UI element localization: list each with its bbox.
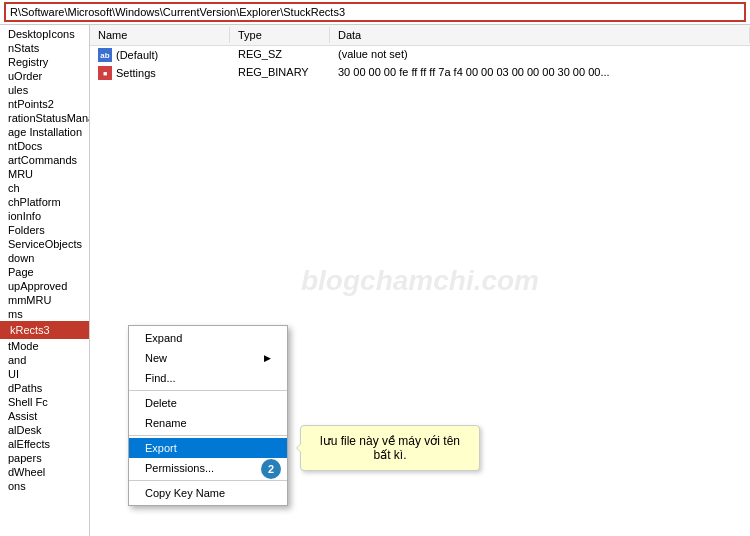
table-row[interactable]: ■ Settings REG_BINARY 30 00 00 00 fe ff … — [90, 64, 750, 82]
callout-tooltip: lưu file này về máy với tên bất kì. — [300, 425, 480, 471]
sidebar-item[interactable]: ms — [0, 307, 89, 321]
ctx-find[interactable]: Find... — [129, 368, 287, 388]
sidebar-item-stuckrects3[interactable]: kRects3 — [0, 321, 89, 339]
sidebar-item[interactable]: down — [0, 251, 89, 265]
reg-data-settings: 30 00 00 00 fe ff ff ff 7a f4 00 00 03 0… — [330, 65, 750, 81]
sidebar-item[interactable]: and — [0, 353, 89, 367]
reg-type-settings: REG_BINARY — [230, 65, 330, 81]
sidebar-item[interactable]: ons — [0, 479, 89, 493]
ctx-separator — [129, 480, 287, 481]
sidebar-item[interactable]: ules — [0, 83, 89, 97]
sidebar-item[interactable]: rationStatusManage — [0, 111, 89, 125]
sidebar-item[interactable]: papers — [0, 451, 89, 465]
sidebar-item[interactable]: ntDocs — [0, 139, 89, 153]
context-menu: Expand New ▶ Find... Delete Rename — [128, 325, 288, 506]
reg-data-default: (value not set) — [330, 47, 750, 63]
sidebar-item[interactable]: ServiceObjects — [0, 237, 89, 251]
sidebar-item[interactable]: Folders — [0, 223, 89, 237]
main-content: DesktopIcons nStats Registry uOrder ules… — [0, 25, 750, 536]
reg-name-settings: ■ Settings — [90, 65, 230, 81]
sidebar-item[interactable]: ntPoints2 — [0, 97, 89, 111]
sidebar-item[interactable]: artCommands — [0, 153, 89, 167]
sidebar-item[interactable]: upApproved — [0, 279, 89, 293]
sidebar-item[interactable]: alEffects — [0, 437, 89, 451]
sidebar-item[interactable]: age Installation — [0, 125, 89, 139]
sidebar-item[interactable]: UI — [0, 367, 89, 381]
watermark: blogchamchi.com — [301, 265, 539, 297]
sidebar-item[interactable]: Registry — [0, 55, 89, 69]
sidebar-item[interactable]: tMode — [0, 339, 89, 353]
registry-values-panel: blogchamchi.com Name Type Data ab (Defau… — [90, 25, 750, 536]
ctx-delete[interactable]: Delete — [129, 393, 287, 413]
submenu-arrow-icon: ▶ — [264, 353, 271, 363]
sidebar-item[interactable]: chPlatform — [0, 195, 89, 209]
ctx-expand[interactable]: Expand — [129, 328, 287, 348]
sidebar-item[interactable]: mmMRU — [0, 293, 89, 307]
sidebar-item[interactable]: Page — [0, 265, 89, 279]
sidebar-item[interactable]: Assist — [0, 409, 89, 423]
sidebar-item[interactable]: DesktopIcons — [0, 27, 89, 41]
ctx-export[interactable]: Export — [129, 438, 287, 458]
reg-sz-icon: ab — [98, 48, 112, 62]
registry-tree: DesktopIcons nStats Registry uOrder ules… — [0, 25, 90, 536]
ctx-rename[interactable]: Rename — [129, 413, 287, 433]
regedit-window: DesktopIcons nStats Registry uOrder ules… — [0, 0, 750, 536]
ctx-separator — [129, 435, 287, 436]
ctx-separator — [129, 390, 287, 391]
col-header-name: Name — [90, 27, 230, 43]
table-header: Name Type Data — [90, 25, 750, 46]
sidebar-item[interactable]: dWheel — [0, 465, 89, 479]
ctx-copy-key-name[interactable]: Copy Key Name — [129, 483, 287, 503]
step-badge: 2 — [261, 459, 281, 479]
reg-name-default: ab (Default) — [90, 47, 230, 63]
sidebar-item[interactable]: nStats — [0, 41, 89, 55]
sidebar-item[interactable]: ionInfo — [0, 209, 89, 223]
sidebar-item[interactable]: MRU — [0, 167, 89, 181]
sidebar-item[interactable]: alDesk — [0, 423, 89, 437]
sidebar-item[interactable]: dPaths — [0, 381, 89, 395]
sidebar-item[interactable]: ch — [0, 181, 89, 195]
ctx-new[interactable]: New ▶ — [129, 348, 287, 368]
sidebar-item[interactable]: uOrder — [0, 69, 89, 83]
reg-bin-icon: ■ — [98, 66, 112, 80]
address-bar — [0, 0, 750, 25]
col-header-type: Type — [230, 27, 330, 43]
reg-type-default: REG_SZ — [230, 47, 330, 63]
col-header-data: Data — [330, 27, 750, 43]
table-row[interactable]: ab (Default) REG_SZ (value not set) — [90, 46, 750, 64]
address-input[interactable] — [4, 2, 746, 22]
sidebar-item[interactable]: Shell Fc — [0, 395, 89, 409]
